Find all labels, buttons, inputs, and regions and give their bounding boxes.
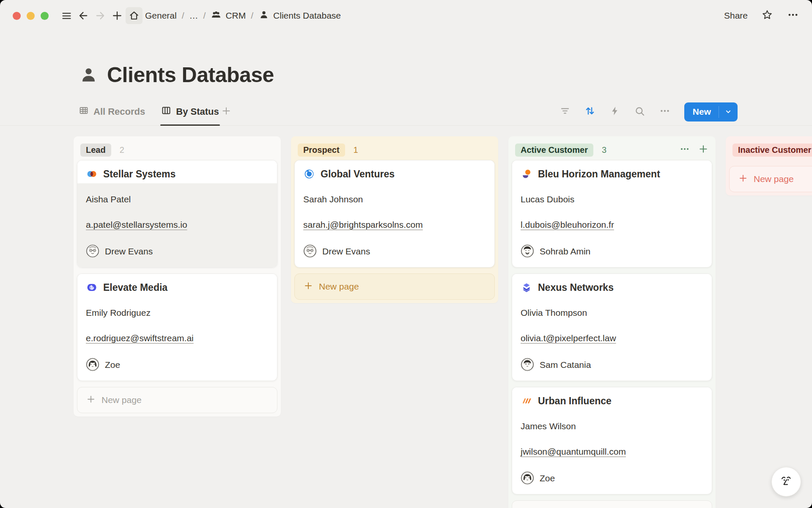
breadcrumb-label: … xyxy=(189,11,198,21)
breadcrumb-label: CRM xyxy=(225,11,246,21)
view-more-button[interactable] xyxy=(659,105,671,119)
star-icon xyxy=(761,15,773,22)
filter-icon xyxy=(560,105,571,118)
card-body: Lucas Dubois l.dubois@bleuhorizon.fr Soh… xyxy=(512,183,712,267)
page-title: Clients Database xyxy=(107,63,274,87)
tab-label: All Records xyxy=(93,106,145,117)
breadcrumb-item-crm[interactable]: CRM xyxy=(211,9,246,22)
new-record-button[interactable]: New xyxy=(684,102,738,121)
card-header: Nexus Networks xyxy=(512,274,712,297)
breadcrumb-separator: / xyxy=(203,11,206,21)
column-count: 1 xyxy=(354,145,358,155)
column-badge[interactable]: Active Customer xyxy=(515,144,593,157)
zoom-window-button[interactable] xyxy=(41,12,49,20)
email-link[interactable]: olivia.t@pixelperfect.law xyxy=(521,333,616,343)
email-link[interactable]: jwilson@quantumquill.com xyxy=(521,447,626,456)
page-more-button[interactable] xyxy=(787,8,799,23)
column-badge[interactable]: Lead xyxy=(80,144,111,157)
person-icon[interactable] xyxy=(79,65,99,85)
email-link[interactable]: a.patel@stellarsystems.io xyxy=(86,220,187,229)
table-icon xyxy=(79,105,89,118)
contact-name: Lucas Dubois xyxy=(521,193,703,205)
breadcrumb-label: General xyxy=(145,11,177,21)
new-page-label: New page xyxy=(754,174,794,184)
contact-name: Emily Rodriguez xyxy=(86,307,269,318)
card-body: Sarah Johnson sarah.j@brightsparksolns.c… xyxy=(295,183,494,267)
forward-button[interactable] xyxy=(92,7,109,24)
column-count: 3 xyxy=(602,145,606,155)
favorite-button[interactable] xyxy=(761,9,773,22)
tab-all-records[interactable]: All Records xyxy=(79,98,145,125)
column-more-button[interactable] xyxy=(679,144,690,156)
notion-ai-button[interactable] xyxy=(771,467,801,497)
share-button[interactable]: Share xyxy=(724,11,748,21)
breadcrumb-label: Clients Database xyxy=(273,11,341,21)
owner-field: Sam Catania xyxy=(521,358,703,371)
plus-icon xyxy=(111,10,123,22)
sort-button[interactable] xyxy=(584,105,596,119)
email-link[interactable]: e.rodriguez@swiftstream.ai xyxy=(86,333,194,343)
column-badge[interactable]: Prospect xyxy=(298,144,345,157)
filter-button[interactable] xyxy=(560,105,571,118)
avatar xyxy=(303,244,317,258)
breadcrumb-item-clients-database[interactable]: Clients Database xyxy=(258,9,341,22)
card-title: Bleu Horizon Management xyxy=(538,168,660,180)
card-title: Stellar Systems xyxy=(103,168,176,180)
record-card[interactable]: Stellar Systems Aisha Patel a.patel@stel… xyxy=(77,160,277,268)
email-link[interactable]: sarah.j@brightsparksolns.com xyxy=(303,220,423,229)
avatar xyxy=(521,244,534,258)
email-link[interactable]: l.dubois@bleuhorizon.fr xyxy=(521,220,614,229)
owner-field: Sohrab Amin xyxy=(521,244,703,258)
new-page-button[interactable]: New page xyxy=(512,500,712,508)
record-card[interactable]: Nexus Networks Olivia Thompson olivia.t@… xyxy=(512,273,712,381)
new-button-label: New xyxy=(684,107,719,117)
card-body: James Wilson jwilson@quantumquill.com Zo… xyxy=(512,410,712,494)
column-header: Lead 2 xyxy=(77,140,277,160)
view-tabbar: All Records By Status New xyxy=(0,98,812,126)
record-card[interactable]: Bleu Horizon Management Lucas Dubois l.d… xyxy=(512,160,712,268)
ai-face-icon xyxy=(779,473,794,490)
traffic-lights xyxy=(13,12,49,20)
view-actions: New xyxy=(560,98,738,125)
breadcrumb-separator: / xyxy=(251,11,253,21)
hamburger-icon xyxy=(61,10,72,22)
column-cards: Global Ventures Sarah Johnson sarah.j@br… xyxy=(294,160,495,268)
view-tabs: All Records By Status xyxy=(79,98,219,125)
breadcrumb-item-general[interactable]: General xyxy=(145,11,177,21)
new-page-button[interactable]: New page xyxy=(729,166,812,192)
card-title: Elevate Media xyxy=(103,282,167,293)
arrow-left-icon xyxy=(77,10,89,22)
board-column-prospect: Prospect 1 Global Ventures Sarah Johnson… xyxy=(291,136,498,303)
back-button[interactable] xyxy=(75,7,92,24)
owner-field: Drew Evans xyxy=(86,244,269,258)
owner-name: Drew Evans xyxy=(322,246,370,257)
sidebar-toggle-button[interactable] xyxy=(58,7,75,24)
column-header: Active Customer 3 xyxy=(512,140,712,160)
more-icon xyxy=(787,15,799,22)
minimize-window-button[interactable] xyxy=(27,12,35,20)
app-window: General / … / CRM / Clients Database Sha… xyxy=(0,0,812,508)
new-tab-button[interactable] xyxy=(109,7,126,24)
new-page-button[interactable]: New page xyxy=(294,273,495,300)
search-button[interactable] xyxy=(634,105,645,119)
record-card[interactable]: Global Ventures Sarah Johnson sarah.j@br… xyxy=(294,160,495,268)
record-card[interactable]: Urban Influence James Wilson jwilson@qua… xyxy=(512,387,712,494)
home-icon xyxy=(129,10,140,21)
card-body: Olivia Thompson olivia.t@pixelperfect.la… xyxy=(512,297,712,381)
board-column-active-customer: Active Customer 3 Bleu Horizon Managemen… xyxy=(508,136,716,508)
column-badge[interactable]: Inactive Customer xyxy=(732,144,812,157)
breadcrumb-separator: / xyxy=(182,11,184,21)
column-add-button[interactable] xyxy=(698,144,709,156)
chevron-down-icon[interactable] xyxy=(719,106,738,118)
owner-name: Sohrab Amin xyxy=(540,246,590,257)
contact-name: Aisha Patel xyxy=(86,193,269,205)
record-card[interactable]: Elevate Media Emily Rodriguez e.rodrigue… xyxy=(77,273,277,381)
close-window-button[interactable] xyxy=(13,12,21,20)
titlebar: General / … / CRM / Clients Database Sha… xyxy=(0,0,812,31)
breadcrumb-item-ellipsis[interactable]: … xyxy=(189,11,198,21)
add-view-button[interactable] xyxy=(221,98,232,125)
new-page-button[interactable]: New page xyxy=(77,387,277,413)
automations-button[interactable] xyxy=(609,105,620,118)
breadcrumb-home[interactable] xyxy=(126,7,143,24)
tab-by-status[interactable]: By Status xyxy=(161,98,219,125)
